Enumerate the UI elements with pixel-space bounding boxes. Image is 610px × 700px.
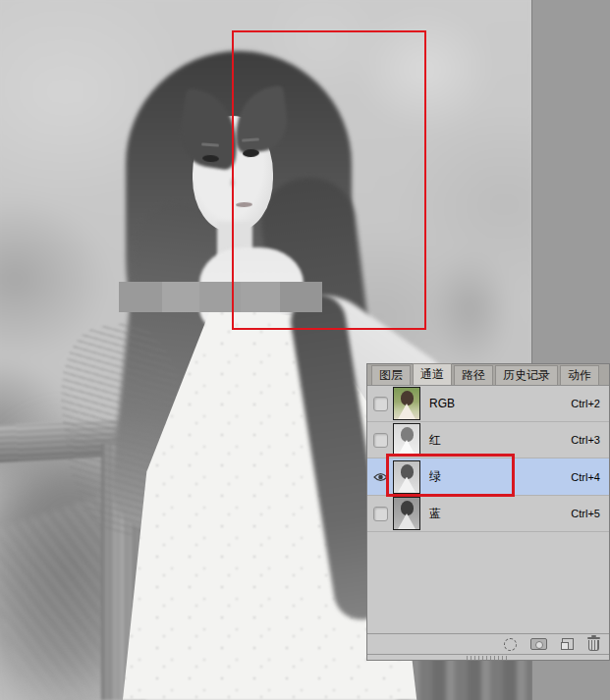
channels-panel: 图层 通道 路径 历史记录 动作 RGB Ctrl+2 红 Ctrl+3 bbox=[366, 363, 610, 661]
load-selection-icon[interactable] bbox=[504, 638, 517, 651]
new-channel-icon[interactable] bbox=[561, 638, 574, 650]
tab-actions[interactable]: 动作 bbox=[560, 365, 599, 385]
red-annotation-rectangle bbox=[232, 30, 426, 330]
delete-channel-icon[interactable] bbox=[587, 637, 600, 652]
visibility-empty-box bbox=[373, 397, 388, 411]
channel-name: 红 bbox=[429, 432, 441, 449]
channel-shortcut: Ctrl+5 bbox=[571, 508, 600, 519]
channel-thumbnail-red[interactable] bbox=[393, 423, 420, 457]
channel-thumbnail-rgb[interactable] bbox=[393, 387, 420, 420]
channel-row-red[interactable]: 红 Ctrl+3 bbox=[367, 422, 609, 458]
tab-channels[interactable]: 通道 bbox=[413, 363, 452, 385]
visibility-empty-box bbox=[373, 433, 388, 448]
channel-thumbnail-blue[interactable] bbox=[393, 497, 420, 530]
channel-shortcut: Ctrl+3 bbox=[571, 434, 600, 446]
channel-shortcut: Ctrl+4 bbox=[571, 471, 600, 483]
channel-name: 蓝 bbox=[429, 506, 441, 522]
channel-name: 绿 bbox=[429, 468, 441, 485]
channel-row-green[interactable]: 绿 Ctrl+4 bbox=[367, 458, 609, 496]
channel-thumbnail-green[interactable] bbox=[393, 460, 420, 494]
tab-paths[interactable]: 路径 bbox=[454, 365, 493, 385]
visibility-toggle[interactable] bbox=[367, 507, 393, 521]
tab-history[interactable]: 历史记录 bbox=[495, 365, 558, 385]
photoshop-workspace: 图层 通道 路径 历史记录 动作 RGB Ctrl+2 红 Ctrl+3 bbox=[0, 0, 610, 700]
visibility-toggle[interactable] bbox=[367, 472, 393, 482]
channel-row-blue[interactable]: 蓝 Ctrl+5 bbox=[367, 496, 609, 532]
tab-layers[interactable]: 图层 bbox=[371, 365, 411, 385]
panel-resize-grip[interactable] bbox=[467, 656, 510, 660]
visibility-toggle[interactable] bbox=[367, 397, 393, 411]
visibility-toggle[interactable] bbox=[367, 433, 393, 448]
eye-icon bbox=[373, 472, 388, 482]
panel-tab-bar: 图层 通道 路径 历史记录 动作 bbox=[367, 364, 609, 386]
channel-shortcut: Ctrl+2 bbox=[571, 398, 600, 409]
channel-name: RGB bbox=[429, 397, 455, 410]
save-selection-icon[interactable] bbox=[530, 638, 547, 650]
visibility-empty-box bbox=[373, 507, 388, 521]
channel-row-rgb[interactable]: RGB Ctrl+2 bbox=[367, 386, 609, 422]
panel-footer bbox=[367, 633, 609, 655]
